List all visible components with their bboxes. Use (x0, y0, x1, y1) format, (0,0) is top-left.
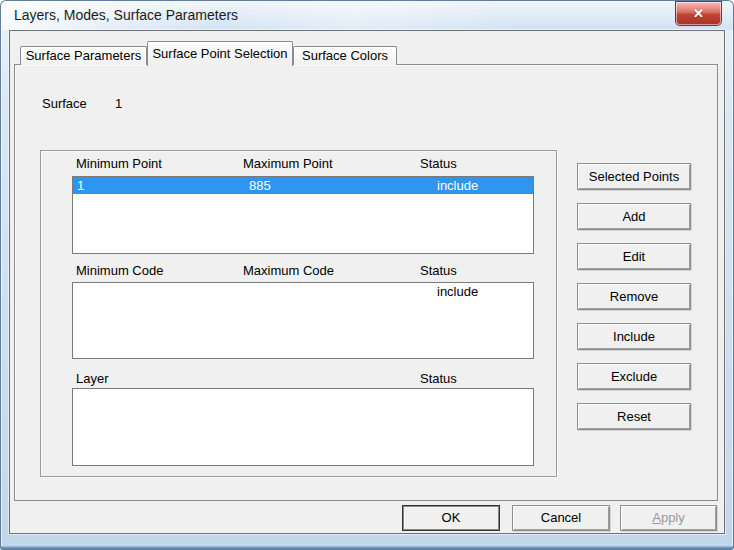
header-layers-status: Status (420, 371, 457, 386)
tab-surface-colors[interactable]: Surface Colors (293, 46, 397, 65)
dialog-client-area: Surface Parameters Surface Point Selecti… (9, 30, 725, 534)
window-title: Layers, Modes, Surface Parameters (14, 7, 238, 23)
cancel-button[interactable]: Cancel (512, 505, 610, 531)
selected-points-button[interactable]: Selected Points (577, 163, 691, 190)
close-icon: ✕ (693, 7, 704, 20)
codes-row-status: include (437, 283, 478, 300)
close-button[interactable]: ✕ (676, 2, 721, 25)
add-button[interactable]: Add (577, 203, 691, 230)
point-selection-groupbox: Minimum Point Maximum Point Status 1 885… (40, 150, 557, 477)
edit-button[interactable]: Edit (577, 243, 691, 270)
include-button[interactable]: Include (577, 323, 691, 350)
ok-button-label: OK (403, 506, 499, 530)
layers-listbox[interactable] (72, 388, 534, 466)
titlebar[interactable]: Layers, Modes, Surface Parameters ✕ (1, 1, 733, 30)
surface-value: 1 (115, 96, 122, 111)
points-row-status: include (437, 177, 478, 194)
window-bottom-edge (1, 546, 733, 549)
header-maximum-point: Maximum Point (243, 156, 333, 171)
points-list-row[interactable]: 1 885 include (73, 177, 533, 194)
points-listbox[interactable]: 1 885 include (72, 176, 534, 254)
tab-surface-parameters[interactable]: Surface Parameters (20, 46, 147, 65)
exclude-button[interactable]: Exclude (577, 363, 691, 390)
header-layer: Layer (76, 371, 109, 386)
remove-button[interactable]: Remove (577, 283, 691, 310)
codes-listbox[interactable]: include (72, 282, 534, 359)
header-maximum-code: Maximum Code (243, 263, 334, 278)
apply-button[interactable]: Apply (620, 505, 717, 531)
apply-button-label: Apply (621, 506, 716, 530)
points-row-max: 885 (249, 177, 271, 194)
tab-surface-point-selection[interactable]: Surface Point Selection (147, 41, 293, 66)
dialog-window: Layers, Modes, Surface Parameters ✕ Surf… (0, 0, 734, 550)
reset-button[interactable]: Reset (577, 403, 691, 430)
ok-button[interactable]: OK (402, 505, 500, 531)
points-row-min: 1 (77, 177, 84, 194)
cancel-button-label: Cancel (513, 506, 609, 530)
surface-label: Surface (42, 96, 87, 111)
header-codes-status: Status (420, 263, 457, 278)
header-minimum-code: Minimum Code (76, 263, 163, 278)
codes-list-row[interactable]: include (73, 283, 533, 300)
header-minimum-point: Minimum Point (76, 156, 162, 171)
header-points-status: Status (420, 156, 457, 171)
